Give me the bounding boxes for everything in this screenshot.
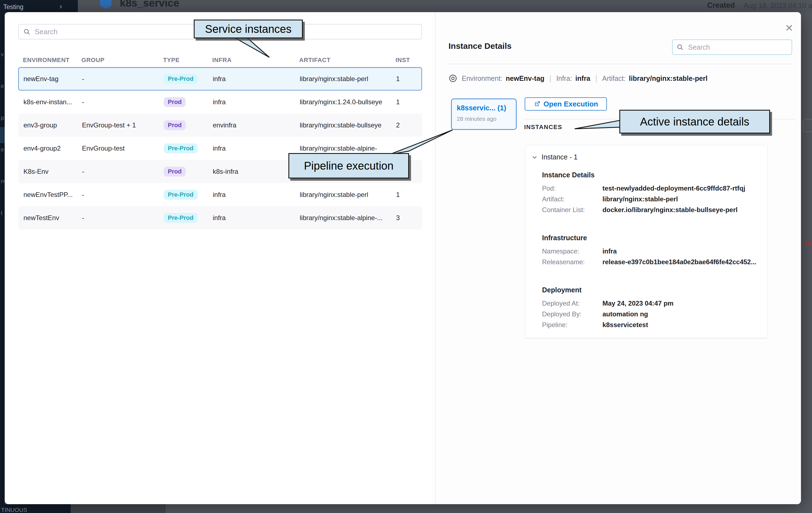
kv-row: Releasename: release-e397c0b1bee184a0e2b… [542, 256, 767, 267]
instance-search-box[interactable] [672, 39, 792, 55]
created-label: Created [707, 1, 735, 10]
environment-label: Environment: [462, 74, 502, 83]
section-title: Infrastructure [542, 234, 767, 242]
table-row[interactable]: newEnv-tag - Pre-Prod infra library/ngin… [18, 67, 422, 90]
section-title: Deployment [542, 286, 767, 294]
screen: Testing › k8s_service Created Aug 18, 20… [0, 0, 812, 513]
cell-inst: 1 [396, 98, 422, 106]
cell-type: Prod [164, 167, 213, 177]
kv-label: Container List: [542, 204, 601, 215]
kv-row: Deployed By: automation ng [542, 309, 767, 320]
cell-infra: k8s-infra [213, 168, 300, 175]
type-badge: Prod [164, 97, 186, 107]
rail-fragment: p [1, 115, 4, 121]
bottom-bar-mid-segment [71, 504, 166, 513]
cell-inst: 1 [396, 191, 422, 199]
kv-label: Deployed By: [542, 309, 601, 320]
cell-artifact: library/nginx:stable-alpine-... [300, 214, 396, 222]
artifact-value: library/nginx:stable-perl [629, 74, 708, 83]
instance-title: Instance - 1 [542, 153, 578, 161]
instance-expander[interactable]: Instance - 1 [531, 153, 767, 161]
chevron-down-icon [531, 154, 538, 160]
header-divider [448, 64, 792, 64]
dimmed-red-fragment: ou [802, 239, 811, 247]
created-value: Aug 18, 2023 04:10 am [744, 1, 812, 10]
rail-fragment: v [1, 51, 4, 58]
kv-value: k8sservicetest [603, 321, 648, 329]
external-link-icon [533, 100, 541, 108]
cell-group: EnvGroup-test [82, 145, 164, 152]
cell-group: - [82, 168, 164, 175]
callout-pipeline-execution: Pipeline execution [288, 153, 409, 178]
kv-row: Pod: test-newlyadded-deployment-6cc9ffdc… [542, 183, 767, 193]
cell-environment: newEnvTestPP... [24, 191, 82, 199]
cell-infra: infra [213, 191, 300, 199]
column-header-inst: INST [396, 57, 422, 64]
kv-value: docker.io/library/nginx:stable-bullseye-… [603, 206, 737, 213]
table-row[interactable]: newTestEnv - Pre-Prod infra library/ngin… [18, 206, 422, 230]
instances-label: INSTANCES [524, 124, 562, 131]
kv-label: Deployed At: [542, 298, 601, 309]
column-header-artifact: ARTIFACT [299, 57, 396, 64]
table-row[interactable]: newEnvTestPP... - Pre-Prod infra library… [18, 183, 422, 206]
cell-environment: newEnv-tag [24, 75, 82, 83]
kv-value: automation ng [603, 310, 648, 318]
kv-value: May 24, 2023 04:47 pm [603, 300, 674, 307]
cell-environment: K8s-Env [24, 168, 82, 175]
open-execution-label: Open Execution [544, 100, 598, 109]
callout-text: Active instance details [640, 116, 749, 128]
column-header-infra: INFRA [212, 57, 299, 64]
sidebar-rail-highlight [0, 127, 5, 143]
cell-infra: envinfra [213, 121, 300, 129]
sidebar-rail: vepenvt [0, 13, 5, 504]
table-row[interactable]: env3-group EnvGroup-test + 1 Prod envinf… [18, 114, 422, 137]
kv-row: Artifact: library/nginx:stable-perl [542, 193, 767, 204]
close-icon[interactable]: ✕ [785, 23, 793, 33]
cell-group: - [82, 191, 164, 199]
execution-name: k8sservic... (1) [457, 104, 516, 112]
cell-type: Pre-Prod [164, 144, 213, 153]
kv-row: Container List: docker.io/library/nginx:… [542, 204, 767, 215]
instance-summary-bar: Environment: newEnv-tag | Infra: infra |… [448, 72, 707, 85]
type-badge: Prod [164, 167, 186, 177]
panel-title: Instance Details [448, 41, 512, 51]
cell-type: Pre-Prod [164, 190, 213, 200]
cell-type: Prod [164, 97, 213, 107]
cell-infra: infra [213, 98, 300, 106]
kv-label: Releasename: [542, 256, 601, 267]
type-badge: Pre-Prod [164, 144, 198, 153]
dimmed-button-outline [803, 119, 812, 132]
environment-value: newEnv-tag [505, 74, 544, 83]
column-header-environment: ENVIRONMENT [23, 57, 81, 64]
artifact-label: Artifact: [602, 74, 626, 83]
table-row[interactable]: k8s-env-instan... - Prod infra library/n… [18, 90, 422, 114]
table-body: newEnv-tag - Pre-Prod infra library/ngin… [18, 67, 422, 230]
pipeline-execution-card[interactable]: k8sservic... (1) 28 minutes ago [451, 98, 517, 130]
instance-search-input[interactable] [688, 43, 788, 52]
kv-label: Pipeline: [542, 320, 601, 330]
instance-details-panel: ✕ Instance Details Environment: newEnv-t… [435, 12, 801, 504]
callout-text: Service instances [205, 23, 291, 35]
background-right-rail: ou [801, 13, 812, 504]
callout-active-instance-details: Active instance details [619, 110, 770, 133]
callout-service-instances: Service instances [194, 20, 303, 38]
cell-artifact: library/nginx:stable-perl [300, 191, 396, 199]
rail-fragment: e [1, 83, 4, 89]
detail-section: Instance Details Pod: test-newlyadded-de… [542, 171, 767, 215]
rail-fragment: t [1, 210, 2, 216]
cell-group: - [82, 75, 164, 83]
open-execution-button[interactable]: Open Execution [525, 97, 607, 111]
bottom-bar-fragment: TINUOUS [1, 507, 27, 513]
section-rows: Namespace: infra Releasename: release-e3… [542, 246, 767, 267]
detail-section: Infrastructure Namespace: infra Releasen… [542, 234, 767, 267]
environment-icon [448, 74, 457, 83]
type-badge: Pre-Prod [164, 213, 198, 223]
cell-inst: 1 [396, 75, 422, 83]
section-rows: Pod: test-newlyadded-deployment-6cc9ffdc… [542, 183, 767, 215]
kv-row: Pipeline: k8sservicetest [542, 320, 767, 330]
instance-card: Instance - 1 Instance Details Pod: test-… [525, 145, 768, 338]
cell-infra: infra [213, 145, 300, 152]
service-title: k8s_service [120, 0, 179, 9]
detail-section: Deployment Deployed At: May 24, 2023 04:… [542, 286, 767, 330]
cell-infra: infra [213, 214, 300, 222]
